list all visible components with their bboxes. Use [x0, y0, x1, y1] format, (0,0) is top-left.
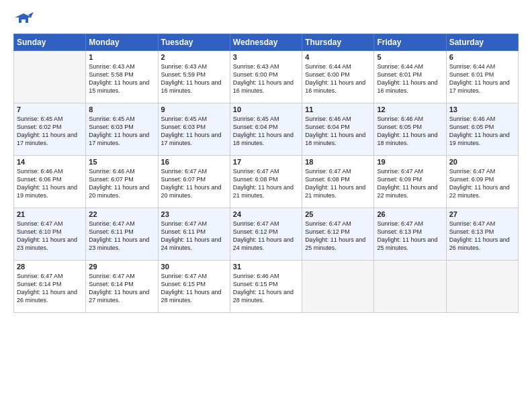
calendar-cell: 23Sunrise: 6:47 AMSunset: 6:11 PMDayligh…	[158, 208, 230, 261]
logo-icon	[13, 11, 34, 27]
calendar-cell: 11Sunrise: 6:46 AMSunset: 6:04 PMDayligh…	[302, 103, 374, 156]
day-number: 3	[233, 53, 299, 61]
day-number: 17	[233, 158, 299, 166]
cell-info: Sunrise: 6:45 AMSunset: 6:02 PMDaylight:…	[17, 116, 77, 146]
header-row: SundayMondayTuesdayWednesdayThursdayFrid…	[14, 34, 519, 51]
cell-info: Sunrise: 6:47 AMSunset: 6:07 PMDaylight:…	[161, 168, 222, 199]
calendar-cell: 5Sunrise: 6:44 AMSunset: 6:01 PMDaylight…	[374, 51, 446, 103]
week-row-5: 28Sunrise: 6:47 AMSunset: 6:14 PMDayligh…	[14, 261, 519, 313]
day-number: 30	[161, 263, 227, 271]
day-number: 12	[377, 105, 443, 113]
header-cell-monday: Monday	[86, 34, 158, 51]
day-number: 20	[449, 158, 515, 166]
page: SundayMondayTuesdayWednesdayThursdayFrid…	[0, 0, 532, 411]
calendar-cell: 20Sunrise: 6:47 AMSunset: 6:09 PMDayligh…	[446, 156, 518, 208]
day-number: 16	[161, 158, 227, 166]
cell-info: Sunrise: 6:44 AMSunset: 6:01 PMDaylight:…	[449, 63, 510, 94]
cell-info: Sunrise: 6:47 AMSunset: 6:15 PMDaylight:…	[161, 273, 222, 304]
cell-info: Sunrise: 6:47 AMSunset: 6:11 PMDaylight:…	[161, 220, 222, 251]
week-row-1: 1Sunrise: 6:43 AMSunset: 5:58 PMDaylight…	[14, 51, 519, 103]
cell-info: Sunrise: 6:43 AMSunset: 5:59 PMDaylight:…	[161, 63, 222, 94]
calendar-cell	[14, 51, 86, 103]
calendar-cell	[446, 261, 518, 313]
day-number: 26	[377, 210, 443, 218]
calendar-cell: 12Sunrise: 6:46 AMSunset: 6:05 PMDayligh…	[374, 103, 446, 156]
day-number: 11	[305, 105, 371, 113]
week-row-4: 21Sunrise: 6:47 AMSunset: 6:10 PMDayligh…	[14, 208, 519, 261]
calendar-cell	[374, 261, 446, 313]
cell-info: Sunrise: 6:43 AMSunset: 6:00 PMDaylight:…	[233, 63, 294, 94]
cell-info: Sunrise: 6:45 AMSunset: 6:03 PMDaylight:…	[89, 116, 149, 146]
calendar-cell: 30Sunrise: 6:47 AMSunset: 6:15 PMDayligh…	[158, 261, 230, 313]
cell-info: Sunrise: 6:47 AMSunset: 6:11 PMDaylight:…	[89, 220, 149, 251]
header	[13, 11, 519, 27]
cell-info: Sunrise: 6:44 AMSunset: 6:00 PMDaylight:…	[305, 63, 365, 94]
day-number: 6	[449, 53, 515, 61]
day-number: 31	[233, 263, 299, 271]
calendar-cell: 10Sunrise: 6:45 AMSunset: 6:04 PMDayligh…	[230, 103, 302, 156]
day-number: 5	[377, 53, 443, 61]
day-number: 21	[17, 210, 83, 218]
calendar-cell: 19Sunrise: 6:47 AMSunset: 6:09 PMDayligh…	[374, 156, 446, 208]
day-number: 19	[377, 158, 443, 166]
day-number: 8	[89, 105, 154, 113]
calendar-cell: 15Sunrise: 6:46 AMSunset: 6:07 PMDayligh…	[86, 156, 158, 208]
cell-info: Sunrise: 6:47 AMSunset: 6:08 PMDaylight:…	[233, 168, 294, 199]
cell-info: Sunrise: 6:47 AMSunset: 6:13 PMDaylight:…	[449, 220, 510, 251]
cell-info: Sunrise: 6:47 AMSunset: 6:09 PMDaylight:…	[377, 168, 437, 199]
logo	[13, 11, 36, 27]
calendar-cell	[302, 261, 374, 313]
header-cell-wednesday: Wednesday	[230, 34, 302, 51]
day-number: 27	[449, 210, 515, 218]
day-number: 14	[17, 158, 83, 166]
day-number: 1	[89, 53, 154, 61]
day-number: 25	[305, 210, 371, 218]
calendar-cell: 2Sunrise: 6:43 AMSunset: 5:59 PMDaylight…	[158, 51, 230, 103]
calendar-cell: 3Sunrise: 6:43 AMSunset: 6:00 PMDaylight…	[230, 51, 302, 103]
cell-info: Sunrise: 6:45 AMSunset: 6:04 PMDaylight:…	[233, 116, 294, 146]
calendar-cell: 21Sunrise: 6:47 AMSunset: 6:10 PMDayligh…	[14, 208, 86, 261]
calendar-cell: 7Sunrise: 6:45 AMSunset: 6:02 PMDaylight…	[14, 103, 86, 156]
calendar-cell: 25Sunrise: 6:47 AMSunset: 6:12 PMDayligh…	[302, 208, 374, 261]
cell-info: Sunrise: 6:47 AMSunset: 6:12 PMDaylight:…	[305, 220, 365, 251]
day-number: 22	[89, 210, 154, 218]
cell-info: Sunrise: 6:46 AMSunset: 6:06 PMDaylight:…	[17, 168, 77, 199]
cell-info: Sunrise: 6:46 AMSunset: 6:05 PMDaylight:…	[449, 116, 510, 146]
cell-info: Sunrise: 6:47 AMSunset: 6:14 PMDaylight:…	[17, 273, 77, 304]
header-cell-saturday: Saturday	[446, 34, 518, 51]
cell-info: Sunrise: 6:46 AMSunset: 6:04 PMDaylight:…	[305, 116, 365, 146]
cell-info: Sunrise: 6:46 AMSunset: 6:05 PMDaylight:…	[377, 116, 437, 146]
cell-info: Sunrise: 6:47 AMSunset: 6:10 PMDaylight:…	[17, 220, 77, 251]
cell-info: Sunrise: 6:46 AMSunset: 6:07 PMDaylight:…	[89, 168, 149, 199]
week-row-2: 7Sunrise: 6:45 AMSunset: 6:02 PMDaylight…	[14, 103, 519, 156]
calendar-cell: 28Sunrise: 6:47 AMSunset: 6:14 PMDayligh…	[14, 261, 86, 313]
day-number: 23	[161, 210, 227, 218]
calendar-cell: 16Sunrise: 6:47 AMSunset: 6:07 PMDayligh…	[158, 156, 230, 208]
calendar-cell: 6Sunrise: 6:44 AMSunset: 6:01 PMDaylight…	[446, 51, 518, 103]
day-number: 10	[233, 105, 299, 113]
cell-info: Sunrise: 6:43 AMSunset: 5:58 PMDaylight:…	[89, 63, 149, 94]
calendar-table: SundayMondayTuesdayWednesdayThursdayFrid…	[13, 34, 519, 313]
day-number: 15	[89, 158, 154, 166]
calendar-cell: 29Sunrise: 6:47 AMSunset: 6:14 PMDayligh…	[86, 261, 158, 313]
day-number: 7	[17, 105, 83, 113]
calendar-cell: 13Sunrise: 6:46 AMSunset: 6:05 PMDayligh…	[446, 103, 518, 156]
calendar-cell: 18Sunrise: 6:47 AMSunset: 6:08 PMDayligh…	[302, 156, 374, 208]
calendar-cell: 1Sunrise: 6:43 AMSunset: 5:58 PMDaylight…	[86, 51, 158, 103]
cell-info: Sunrise: 6:46 AMSunset: 6:15 PMDaylight:…	[233, 273, 294, 304]
calendar-cell: 31Sunrise: 6:46 AMSunset: 6:15 PMDayligh…	[230, 261, 302, 313]
day-number: 4	[305, 53, 371, 61]
cell-info: Sunrise: 6:47 AMSunset: 6:09 PMDaylight:…	[449, 168, 510, 199]
calendar-cell: 4Sunrise: 6:44 AMSunset: 6:00 PMDaylight…	[302, 51, 374, 103]
calendar-cell: 24Sunrise: 6:47 AMSunset: 6:12 PMDayligh…	[230, 208, 302, 261]
day-number: 9	[161, 105, 227, 113]
calendar-cell: 17Sunrise: 6:47 AMSunset: 6:08 PMDayligh…	[230, 156, 302, 208]
calendar-cell: 9Sunrise: 6:45 AMSunset: 6:03 PMDaylight…	[158, 103, 230, 156]
day-number: 2	[161, 53, 227, 61]
header-cell-friday: Friday	[374, 34, 446, 51]
cell-info: Sunrise: 6:47 AMSunset: 6:12 PMDaylight:…	[233, 220, 294, 251]
calendar-cell: 8Sunrise: 6:45 AMSunset: 6:03 PMDaylight…	[86, 103, 158, 156]
cell-info: Sunrise: 6:47 AMSunset: 6:14 PMDaylight:…	[89, 273, 149, 304]
cell-info: Sunrise: 6:47 AMSunset: 6:13 PMDaylight:…	[377, 220, 437, 251]
calendar-cell: 26Sunrise: 6:47 AMSunset: 6:13 PMDayligh…	[374, 208, 446, 261]
